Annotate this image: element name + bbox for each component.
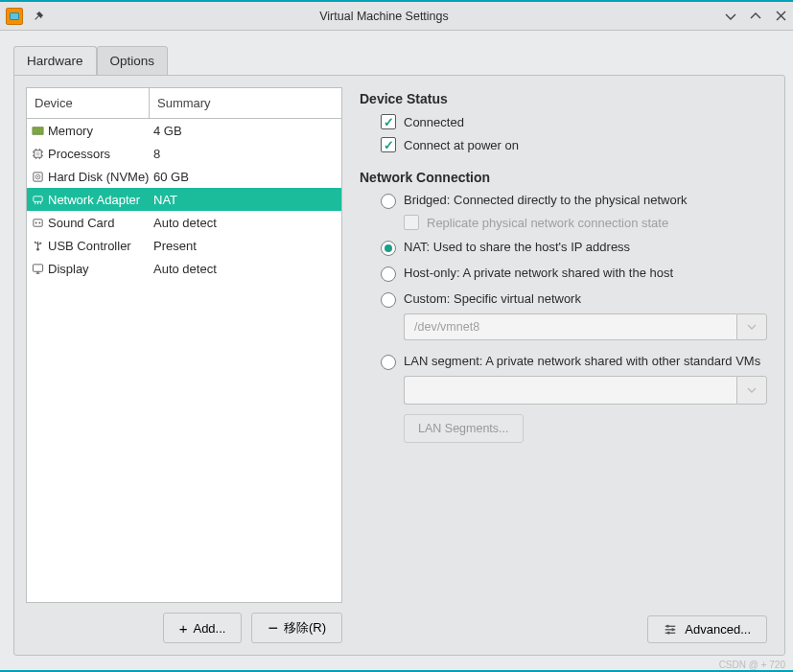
nat-label: NAT: Used to share the host's IP address [404, 240, 630, 254]
custom-vnet-combo: /dev/vmnet8 [404, 313, 767, 340]
hostonly-label: Host-only: A private network shared with… [404, 266, 673, 280]
maximize-icon[interactable] [749, 10, 762, 23]
custom-radio[interactable] [381, 292, 396, 308]
svg-point-18 [36, 175, 37, 176]
device-name: Hard Disk (NVMe) [48, 170, 149, 184]
table-row[interactable]: Memory 4 GB [27, 119, 341, 142]
connected-checkbox[interactable] [381, 114, 396, 129]
device-summary: 8 [150, 147, 341, 161]
tab-options[interactable]: Options [97, 46, 169, 76]
add-button[interactable]: +Add... [163, 613, 243, 643]
usb-icon [31, 239, 44, 252]
table-row[interactable]: Network Adapter NAT [27, 188, 341, 211]
hostonly-radio[interactable] [381, 266, 396, 282]
custom-label: Custom: Specific virtual network [404, 291, 581, 306]
device-name: Memory [48, 124, 93, 138]
svg-rect-19 [33, 196, 41, 201]
col-summary[interactable]: Summary [150, 88, 341, 118]
replicate-checkbox [404, 215, 419, 230]
svg-rect-23 [33, 219, 41, 225]
device-summary: NAT [150, 193, 341, 207]
replicate-label: Replicate physical network connection st… [427, 216, 668, 230]
device-name: Network Adapter [48, 193, 140, 207]
svg-rect-7 [35, 151, 39, 155]
table-row[interactable]: Processors 8 [27, 142, 341, 165]
plus-icon: + [179, 621, 188, 636]
svg-point-25 [38, 221, 40, 223]
lan-segment-combo [404, 376, 767, 405]
cpu-icon [31, 147, 44, 160]
svg-point-38 [667, 631, 670, 634]
titlebar: Virtual Machine Settings [0, 2, 793, 31]
remove-button[interactable]: −移除(R) [251, 613, 342, 643]
svg-rect-35 [665, 632, 676, 633]
device-name: Processors [48, 147, 110, 161]
device-summary: 60 GB [150, 170, 341, 184]
chevron-down-icon [736, 313, 767, 340]
tabs: Hardware Options [13, 46, 785, 76]
device-summary: Auto detect [150, 262, 341, 276]
bridged-radio[interactable] [381, 194, 396, 209]
window-title: Virtual Machine Settings [44, 10, 724, 23]
chevron-down-icon [736, 376, 767, 405]
svg-point-37 [672, 628, 675, 631]
memory-icon [31, 124, 44, 137]
device-name: Display [48, 262, 89, 276]
net-icon [31, 193, 44, 206]
connected-label: Connected [404, 115, 464, 129]
table-row[interactable]: USB Controller Present [27, 234, 341, 257]
svg-point-28 [34, 241, 35, 243]
advanced-button[interactable]: Advanced... [647, 615, 767, 643]
lan-segments-button: LAN Segments... [404, 414, 524, 443]
tab-panel: Device Summary Memory 4 GB Processors 8 … [13, 75, 785, 656]
lan-segment-input [404, 376, 736, 405]
minimize-icon[interactable] [724, 10, 737, 23]
svg-point-24 [35, 221, 36, 223]
connect-power-checkbox[interactable] [381, 137, 396, 152]
table-row[interactable]: Sound Card Auto detect [27, 211, 341, 234]
connect-power-label: Connect at power on [404, 138, 519, 152]
app-icon [6, 8, 23, 25]
bridged-label: Bridged: Connected directly to the physi… [404, 193, 688, 207]
nat-radio[interactable] [381, 241, 396, 256]
device-table: Device Summary Memory 4 GB Processors 8 … [26, 87, 342, 603]
device-summary: Auto detect [150, 216, 341, 230]
svg-rect-29 [39, 242, 41, 243]
network-title: Network Connection [360, 170, 767, 185]
col-device[interactable]: Device [27, 88, 150, 118]
tab-hardware[interactable]: Hardware [13, 46, 97, 76]
device-name: USB Controller [48, 239, 131, 253]
lan-label: LAN segment: A private network shared wi… [404, 354, 760, 368]
device-summary: 4 GB [150, 124, 341, 138]
minus-icon: − [268, 624, 278, 633]
svg-rect-30 [33, 264, 42, 270]
device-summary: Present [150, 239, 341, 253]
lan-radio[interactable] [381, 355, 396, 370]
watermark: CSDN @ + 720 [719, 660, 785, 670]
close-icon[interactable] [774, 10, 787, 23]
svg-point-36 [666, 624, 669, 627]
table-row[interactable]: Display Auto detect [27, 257, 341, 280]
device-name: Sound Card [48, 216, 114, 230]
device-status-title: Device Status [360, 91, 767, 106]
pin-icon[interactable] [33, 11, 44, 22]
settings-icon [664, 623, 677, 637]
disk-icon [31, 170, 44, 183]
custom-vnet-input: /dev/vmnet8 [404, 313, 736, 340]
display-icon [31, 262, 44, 275]
table-row[interactable]: Hard Disk (NVMe) 60 GB [27, 165, 341, 188]
sound-icon [31, 216, 44, 229]
